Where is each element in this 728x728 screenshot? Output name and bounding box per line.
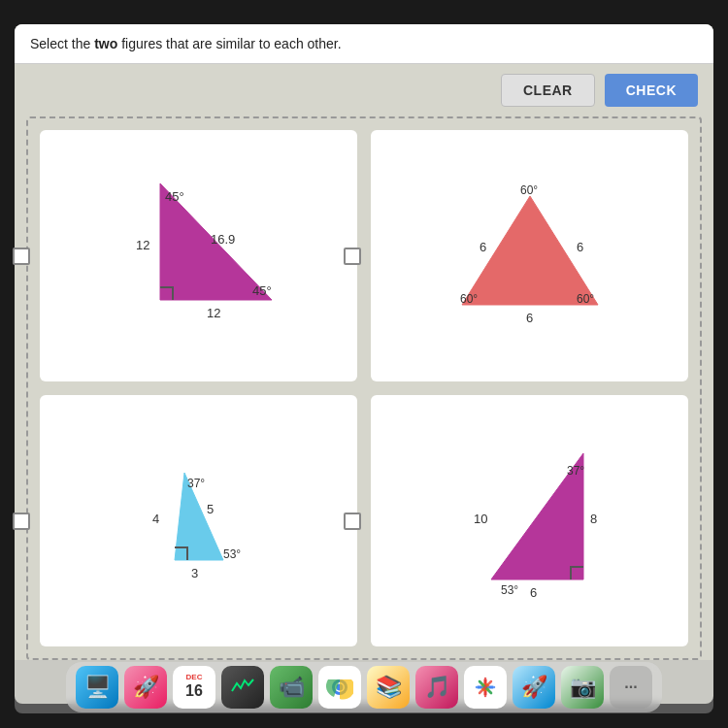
svg-text:37°: 37°: [567, 464, 584, 478]
instruction-text: Select the two figures that are similar …: [30, 36, 342, 51]
figure-1-svg: 45° 45° 12 16.9 12: [102, 164, 296, 348]
dock-image-capture[interactable]: 📷: [561, 666, 604, 709]
svg-text:8: 8: [590, 512, 597, 526]
dock-rocket[interactable]: 🚀: [513, 666, 555, 709]
svg-text:16.9: 16.9: [211, 232, 235, 247]
figure-4-svg: 37° 53° 10 8 6: [433, 434, 627, 609]
figures-grid: 45° 45° 12 16.9 12 60° 60° 60° 6 6 6: [26, 116, 702, 660]
dock-music[interactable]: 🎵: [415, 666, 458, 709]
dock-books[interactable]: 📚: [367, 666, 410, 709]
svg-text:53°: 53°: [223, 547, 241, 561]
dock-activity[interactable]: [221, 666, 264, 709]
dock-chrome[interactable]: [318, 666, 361, 709]
dock-more[interactable]: ···: [610, 666, 652, 709]
checkbox-4[interactable]: [344, 513, 361, 530]
svg-text:3: 3: [191, 566, 198, 580]
svg-text:60°: 60°: [520, 183, 538, 197]
checkbox-1[interactable]: [13, 248, 30, 265]
figure-card-3[interactable]: 37° 53° 4 5 3: [40, 395, 357, 646]
dock-finder[interactable]: 🖥️: [76, 666, 118, 709]
toolbar: CLEAR CHECK: [15, 64, 713, 116]
dock-facetime[interactable]: 📹: [270, 666, 313, 709]
dock-calendar[interactable]: DEC 16: [173, 666, 215, 709]
svg-text:10: 10: [474, 512, 487, 526]
figure-card-4[interactable]: 37° 53° 10 8 6: [371, 395, 688, 646]
dock-photos[interactable]: [464, 666, 507, 709]
svg-text:4: 4: [152, 512, 159, 526]
svg-text:6: 6: [577, 240, 583, 254]
dock-launchpad[interactable]: 🚀: [124, 666, 167, 709]
figure-2-svg: 60° 60° 60° 6 6 6: [433, 179, 627, 334]
svg-text:60°: 60°: [460, 292, 478, 306]
svg-text:6: 6: [526, 311, 533, 325]
main-screen: Select the two figures that are similar …: [15, 24, 713, 704]
svg-text:12: 12: [207, 306, 220, 320]
figure-card-1[interactable]: 45° 45° 12 16.9 12: [40, 130, 357, 381]
svg-text:5: 5: [207, 502, 214, 516]
svg-text:45°: 45°: [165, 189, 184, 204]
dock-bar: 🖥️ 🚀 DEC 16 📹 📚 🎵: [15, 660, 713, 713]
svg-text:53°: 53°: [501, 583, 518, 597]
svg-text:45°: 45°: [252, 283, 272, 298]
checkbox-2[interactable]: [344, 248, 361, 265]
check-button[interactable]: CHECK: [605, 74, 698, 107]
figure-3-svg: 37° 53° 4 5 3: [112, 444, 286, 599]
svg-text:6: 6: [480, 240, 486, 254]
dock: 🖥️ 🚀 DEC 16 📹 📚 🎵: [66, 662, 662, 712]
svg-text:6: 6: [530, 585, 537, 600]
svg-text:12: 12: [136, 238, 149, 252]
svg-text:60°: 60°: [577, 292, 594, 306]
instruction-bar: Select the two figures that are similar …: [15, 24, 713, 64]
svg-text:37°: 37°: [187, 477, 205, 490]
checkbox-3[interactable]: [13, 513, 30, 530]
clear-button[interactable]: CLEAR: [501, 74, 595, 107]
figure-card-2[interactable]: 60° 60° 60° 6 6 6: [371, 130, 688, 381]
